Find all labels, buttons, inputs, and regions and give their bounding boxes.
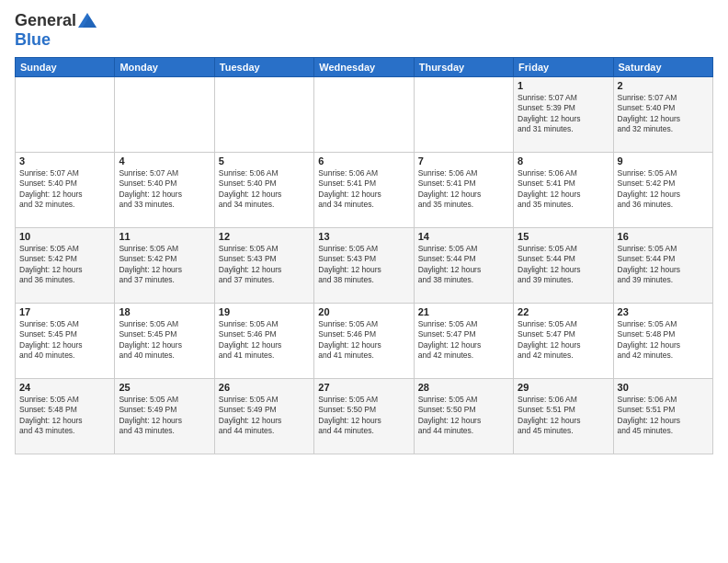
day-info: Sunrise: 5:05 AM Sunset: 5:46 PM Dayligh… [318, 319, 409, 362]
day-number: 15 [518, 231, 609, 242]
calendar-cell: 18Sunrise: 5:05 AM Sunset: 5:45 PM Dayli… [115, 304, 214, 379]
day-number: 28 [418, 382, 509, 393]
calendar-week-3: 10Sunrise: 5:05 AM Sunset: 5:42 PM Dayli… [16, 228, 713, 304]
header: General Blue [15, 11, 713, 50]
day-info: Sunrise: 5:06 AM Sunset: 5:51 PM Dayligh… [518, 395, 609, 437]
day-info: Sunrise: 5:05 AM Sunset: 5:46 PM Dayligh… [219, 319, 310, 362]
day-info: Sunrise: 5:06 AM Sunset: 5:51 PM Dayligh… [618, 395, 709, 437]
day-info: Sunrise: 5:05 AM Sunset: 5:45 PM Dayligh… [19, 319, 110, 362]
day-number: 21 [418, 306, 509, 317]
day-info: Sunrise: 5:05 AM Sunset: 5:50 PM Dayligh… [318, 395, 409, 437]
calendar-cell: 15Sunrise: 5:05 AM Sunset: 5:44 PM Dayli… [514, 228, 613, 304]
day-number: 5 [219, 155, 310, 167]
day-number: 22 [518, 306, 609, 317]
logo: General Blue [15, 11, 97, 50]
day-info: Sunrise: 5:05 AM Sunset: 5:49 PM Dayligh… [219, 395, 310, 437]
day-info: Sunrise: 5:05 AM Sunset: 5:43 PM Dayligh… [318, 244, 409, 286]
calendar-cell: 9Sunrise: 5:05 AM Sunset: 5:42 PM Daylig… [613, 153, 712, 228]
day-number: 24 [19, 382, 110, 393]
calendar-cell: 1Sunrise: 5:07 AM Sunset: 5:39 PM Daylig… [514, 77, 613, 153]
day-number: 23 [618, 306, 709, 317]
day-info: Sunrise: 5:05 AM Sunset: 5:42 PM Dayligh… [19, 244, 110, 286]
calendar-cell [115, 77, 214, 153]
calendar-cell: 6Sunrise: 5:06 AM Sunset: 5:41 PM Daylig… [314, 153, 414, 228]
day-number: 18 [119, 306, 210, 317]
calendar-cell: 28Sunrise: 5:05 AM Sunset: 5:50 PM Dayli… [414, 379, 513, 454]
calendar-cell: 30Sunrise: 5:06 AM Sunset: 5:51 PM Dayli… [613, 379, 712, 454]
col-header-thursday: Thursday [414, 58, 513, 77]
calendar-cell [414, 77, 513, 153]
calendar-cell: 23Sunrise: 5:05 AM Sunset: 5:48 PM Dayli… [613, 304, 712, 379]
calendar-week-2: 3Sunrise: 5:07 AM Sunset: 5:40 PM Daylig… [16, 153, 713, 228]
day-info: Sunrise: 5:05 AM Sunset: 5:44 PM Dayligh… [618, 244, 709, 286]
day-info: Sunrise: 5:06 AM Sunset: 5:41 PM Dayligh… [318, 168, 409, 211]
day-number: 9 [618, 155, 709, 167]
day-number: 1 [518, 80, 609, 91]
day-number: 16 [618, 231, 709, 242]
day-info: Sunrise: 5:05 AM Sunset: 5:43 PM Dayligh… [219, 244, 310, 286]
calendar-table: SundayMondayTuesdayWednesdayThursdayFrid… [15, 57, 713, 454]
col-header-sunday: Sunday [16, 58, 115, 77]
day-info: Sunrise: 5:07 AM Sunset: 5:40 PM Dayligh… [119, 168, 210, 211]
day-number: 20 [318, 306, 409, 317]
day-info: Sunrise: 5:05 AM Sunset: 5:44 PM Dayligh… [418, 244, 509, 286]
day-info: Sunrise: 5:05 AM Sunset: 5:42 PM Dayligh… [119, 244, 210, 286]
calendar-cell: 27Sunrise: 5:05 AM Sunset: 5:50 PM Dayli… [314, 379, 414, 454]
page: General Blue SundayMondayTuesdayWednesda… [0, 0, 728, 563]
calendar-cell: 8Sunrise: 5:06 AM Sunset: 5:41 PM Daylig… [514, 153, 613, 228]
day-info: Sunrise: 5:05 AM Sunset: 5:44 PM Dayligh… [518, 244, 609, 286]
day-info: Sunrise: 5:05 AM Sunset: 5:47 PM Dayligh… [518, 319, 609, 362]
day-number: 17 [19, 306, 110, 317]
day-number: 8 [518, 155, 609, 167]
day-number: 25 [119, 382, 210, 393]
day-info: Sunrise: 5:05 AM Sunset: 5:42 PM Dayligh… [618, 168, 709, 211]
day-info: Sunrise: 5:06 AM Sunset: 5:40 PM Dayligh… [219, 168, 310, 211]
calendar-cell: 3Sunrise: 5:07 AM Sunset: 5:40 PM Daylig… [16, 153, 115, 228]
day-number: 27 [318, 382, 409, 393]
calendar-cell: 20Sunrise: 5:05 AM Sunset: 5:46 PM Dayli… [314, 304, 414, 379]
calendar-cell: 21Sunrise: 5:05 AM Sunset: 5:47 PM Dayli… [414, 304, 513, 379]
day-number: 14 [418, 231, 509, 242]
day-info: Sunrise: 5:05 AM Sunset: 5:48 PM Dayligh… [19, 395, 110, 437]
day-info: Sunrise: 5:07 AM Sunset: 5:40 PM Dayligh… [19, 168, 110, 211]
calendar-cell: 5Sunrise: 5:06 AM Sunset: 5:40 PM Daylig… [214, 153, 313, 228]
calendar-cell: 17Sunrise: 5:05 AM Sunset: 5:45 PM Dayli… [16, 304, 115, 379]
calendar-cell [214, 77, 313, 153]
day-number: 13 [318, 231, 409, 242]
day-number: 7 [418, 155, 509, 167]
calendar-cell: 29Sunrise: 5:06 AM Sunset: 5:51 PM Dayli… [514, 379, 613, 454]
day-info: Sunrise: 5:05 AM Sunset: 5:49 PM Dayligh… [119, 395, 210, 437]
col-header-saturday: Saturday [613, 58, 712, 77]
day-info: Sunrise: 5:05 AM Sunset: 5:45 PM Dayligh… [119, 319, 210, 362]
day-info: Sunrise: 5:05 AM Sunset: 5:50 PM Dayligh… [418, 395, 509, 437]
day-number: 29 [518, 382, 609, 393]
calendar-cell: 7Sunrise: 5:06 AM Sunset: 5:41 PM Daylig… [414, 153, 513, 228]
day-number: 2 [618, 80, 709, 91]
day-number: 3 [19, 155, 110, 167]
calendar-cell: 11Sunrise: 5:05 AM Sunset: 5:42 PM Dayli… [115, 228, 214, 304]
logo-blue-text: Blue [15, 30, 97, 50]
calendar-cell: 10Sunrise: 5:05 AM Sunset: 5:42 PM Dayli… [16, 228, 115, 304]
calendar-cell: 24Sunrise: 5:05 AM Sunset: 5:48 PM Dayli… [16, 379, 115, 454]
day-info: Sunrise: 5:07 AM Sunset: 5:39 PM Dayligh… [518, 93, 609, 135]
calendar-cell [314, 77, 414, 153]
day-number: 10 [19, 231, 110, 242]
day-info: Sunrise: 5:05 AM Sunset: 5:47 PM Dayligh… [418, 319, 509, 362]
calendar-cell: 25Sunrise: 5:05 AM Sunset: 5:49 PM Dayli… [115, 379, 214, 454]
day-info: Sunrise: 5:06 AM Sunset: 5:41 PM Dayligh… [518, 168, 609, 211]
day-number: 26 [219, 382, 310, 393]
day-number: 11 [119, 231, 210, 242]
calendar-header-row: SundayMondayTuesdayWednesdayThursdayFrid… [16, 58, 713, 77]
day-info: Sunrise: 5:05 AM Sunset: 5:48 PM Dayligh… [618, 319, 709, 362]
calendar-week-1: 1Sunrise: 5:07 AM Sunset: 5:39 PM Daylig… [16, 77, 713, 153]
calendar-cell: 22Sunrise: 5:05 AM Sunset: 5:47 PM Dayli… [514, 304, 613, 379]
day-number: 30 [618, 382, 709, 393]
day-number: 12 [219, 231, 310, 242]
col-header-monday: Monday [115, 58, 214, 77]
day-info: Sunrise: 5:07 AM Sunset: 5:40 PM Dayligh… [618, 93, 709, 135]
logo-general-text: General [15, 11, 76, 30]
calendar-cell: 16Sunrise: 5:05 AM Sunset: 5:44 PM Dayli… [613, 228, 712, 304]
calendar-cell: 26Sunrise: 5:05 AM Sunset: 5:49 PM Dayli… [214, 379, 313, 454]
logo-icon [78, 13, 97, 28]
col-header-tuesday: Tuesday [214, 58, 313, 77]
